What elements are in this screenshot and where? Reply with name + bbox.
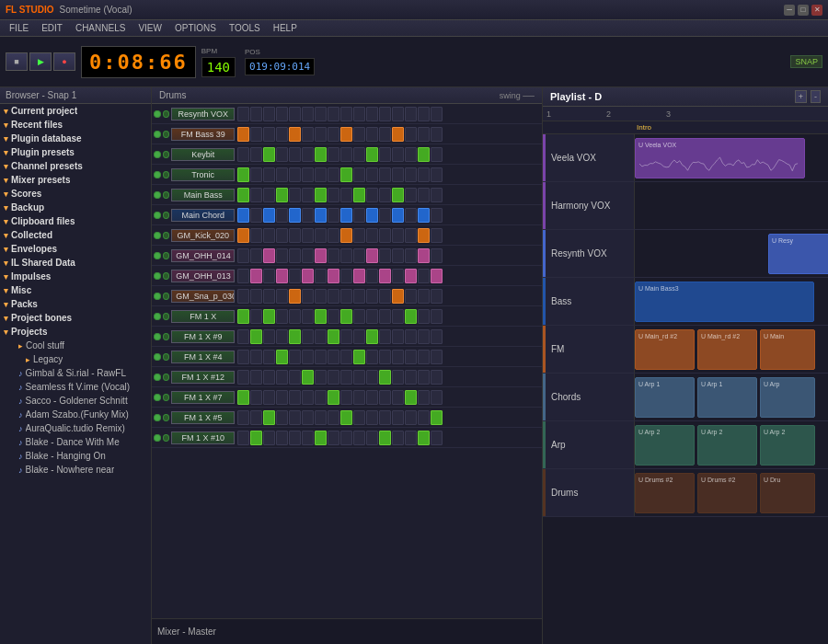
seq-step[interactable] xyxy=(289,370,301,385)
seq-step[interactable] xyxy=(418,147,430,162)
seq-step[interactable] xyxy=(418,350,430,364)
seq-step[interactable] xyxy=(302,228,314,243)
seq-step[interactable] xyxy=(289,289,301,304)
seq-channel-name[interactable]: Keybit xyxy=(171,148,235,161)
seq-channel-name[interactable]: FM 1 X #4 xyxy=(171,351,235,363)
play-button[interactable]: ▶ xyxy=(29,52,52,71)
menu-item-help[interactable]: HELP xyxy=(268,22,303,34)
seq-step[interactable] xyxy=(431,289,443,304)
seq-step[interactable] xyxy=(431,309,443,324)
seq-step[interactable] xyxy=(328,188,339,202)
seq-step[interactable] xyxy=(250,228,262,243)
seq-step[interactable] xyxy=(237,370,249,385)
seq-step[interactable] xyxy=(392,370,404,385)
browser-item[interactable]: ▾ Channel presets xyxy=(0,159,151,173)
seq-step[interactable] xyxy=(353,370,365,385)
seq-step[interactable] xyxy=(405,248,417,263)
browser-item[interactable]: ▾ Envelopes xyxy=(0,242,151,256)
seq-step[interactable] xyxy=(392,390,404,405)
track-block[interactable]: U Main_rd #2 xyxy=(697,329,757,370)
seq-step[interactable] xyxy=(276,289,288,304)
playlist-zoom-in[interactable]: + xyxy=(795,90,807,103)
seq-step[interactable] xyxy=(340,329,352,344)
seq-step[interactable] xyxy=(379,127,391,142)
seq-mute-btn[interactable] xyxy=(154,110,161,118)
browser-item[interactable]: ▾ Current project xyxy=(0,104,151,118)
menu-item-view[interactable]: VIEW xyxy=(132,22,167,34)
track-label[interactable]: Drums xyxy=(543,469,635,516)
seq-step[interactable] xyxy=(250,248,262,263)
track-block[interactable]: U Veela VOX xyxy=(635,138,805,178)
seq-step[interactable] xyxy=(250,350,262,364)
browser-item[interactable]: ▾ Backup xyxy=(0,201,151,214)
browser-item[interactable]: ▾ Clipboard files xyxy=(0,214,151,228)
seq-step[interactable] xyxy=(340,370,352,385)
stop-button[interactable]: ■ xyxy=(6,52,28,71)
seq-step[interactable] xyxy=(315,350,327,364)
seq-step[interactable] xyxy=(289,107,301,121)
seq-channel-name[interactable]: FM 1 X #12 xyxy=(171,371,235,384)
seq-channel-name[interactable]: GM_OHH_014 xyxy=(171,249,235,262)
seq-channel-name[interactable]: FM 1 X #7 xyxy=(171,391,235,404)
seq-step[interactable] xyxy=(353,208,365,223)
seq-step[interactable] xyxy=(276,390,288,405)
seq-step[interactable] xyxy=(276,107,288,121)
seq-step[interactable] xyxy=(250,208,262,223)
menu-item-tools[interactable]: TOOLS xyxy=(224,22,266,34)
seq-step[interactable] xyxy=(392,410,404,425)
seq-step[interactable] xyxy=(392,228,404,243)
seq-channel-name[interactable]: GM_Sna_p_030 xyxy=(171,290,235,303)
seq-step[interactable] xyxy=(379,167,391,182)
seq-step[interactable] xyxy=(418,127,430,142)
seq-step[interactable] xyxy=(315,127,327,142)
seq-step[interactable] xyxy=(405,127,417,142)
seq-step[interactable] xyxy=(328,269,339,283)
seq-step[interactable] xyxy=(340,167,352,182)
seq-step[interactable] xyxy=(431,167,443,182)
browser-item[interactable]: ♪ Seamless ft V.ime (Vocal) xyxy=(0,380,151,394)
seq-step[interactable] xyxy=(250,309,262,324)
seq-step[interactable] xyxy=(263,350,275,364)
seq-step[interactable] xyxy=(353,329,365,344)
seq-step[interactable] xyxy=(418,410,430,425)
seq-step[interactable] xyxy=(431,350,443,364)
seq-step[interactable] xyxy=(392,269,404,283)
seq-step[interactable] xyxy=(340,289,352,304)
seq-step[interactable] xyxy=(379,431,391,445)
seq-step[interactable] xyxy=(250,269,262,283)
seq-channel-name[interactable]: FM Bass 39 xyxy=(171,128,235,141)
seq-mute-btn[interactable] xyxy=(154,252,161,259)
track-area[interactable]: U Veela VOX xyxy=(635,134,828,181)
browser-item[interactable]: ▾ IL Shared Data xyxy=(0,256,151,270)
seq-step[interactable] xyxy=(276,167,288,182)
track-area[interactable]: U Main_rd #2U Main_rd #2U Main xyxy=(635,326,828,373)
seq-step[interactable] xyxy=(431,410,443,425)
browser-item[interactable]: ♪ Adam Szabo.(Funky Mix) xyxy=(0,408,151,421)
seq-step[interactable] xyxy=(237,431,249,445)
browser-item[interactable]: ▾ Scores xyxy=(0,187,151,201)
seq-step[interactable] xyxy=(366,309,378,324)
seq-step[interactable] xyxy=(366,269,378,283)
seq-step[interactable] xyxy=(237,188,249,202)
seq-step[interactable] xyxy=(379,390,391,405)
seq-channel-name[interactable]: FM 1 X #9 xyxy=(171,330,235,343)
browser-item[interactable]: ♪ Gimbal & Si.rial - RawFL xyxy=(0,366,151,380)
seq-channel-name[interactable]: Main Bass xyxy=(171,189,235,201)
browser-item[interactable]: ▾ Collected xyxy=(0,228,151,242)
seq-step[interactable] xyxy=(328,289,339,304)
seq-step[interactable] xyxy=(366,167,378,182)
seq-step[interactable] xyxy=(431,107,443,121)
seq-step[interactable] xyxy=(315,410,327,425)
browser-item[interactable]: ♪ Blake - Hanging On xyxy=(0,449,151,463)
browser-item[interactable]: ♪ Sacco - Goldener Schnitt xyxy=(0,394,151,408)
seq-step[interactable] xyxy=(418,390,430,405)
track-block[interactable]: U Arp xyxy=(760,377,815,418)
seq-step[interactable] xyxy=(276,350,288,364)
seq-step[interactable] xyxy=(392,431,404,445)
track-area[interactable]: U Resy xyxy=(635,230,828,277)
browser-item[interactable]: ▾ Projects xyxy=(0,325,151,339)
seq-step[interactable] xyxy=(302,350,314,364)
seq-step[interactable] xyxy=(328,147,339,162)
seq-step[interactable] xyxy=(353,188,365,202)
seq-step[interactable] xyxy=(276,269,288,283)
